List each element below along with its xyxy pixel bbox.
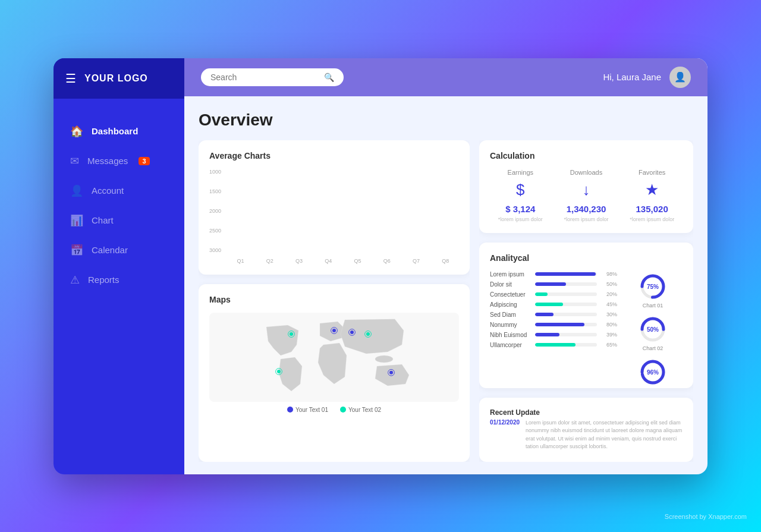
map-legend: Your Text 01 Your Text 02 bbox=[209, 407, 459, 413]
maps-title: Maps bbox=[209, 295, 459, 304]
search-input[interactable] bbox=[210, 73, 319, 82]
sidebar-item-chart[interactable]: 📊 Chart bbox=[54, 206, 184, 235]
y-label-2: 2000 bbox=[209, 208, 221, 214]
search-icon: 🔍 bbox=[324, 73, 334, 82]
recent-update-title: Recent Update bbox=[490, 408, 683, 417]
search-container: 🔍 bbox=[201, 68, 344, 86]
recent-update-inner: Recent Update 01/12/2020 Lorem ipsum dol… bbox=[490, 408, 683, 451]
sidebar-item-dashboard[interactable]: 🏠 Dashboard bbox=[54, 117, 184, 146]
earnings-value: $ 3,124 bbox=[505, 204, 535, 214]
bar-fill-0 bbox=[535, 272, 596, 276]
favorites-sub: *lorem ipsum dolor bbox=[630, 216, 674, 222]
bar-label-5: Nonummy bbox=[490, 322, 532, 328]
badge-messages: 3 bbox=[139, 157, 149, 165]
sidebar-label-messages: Messages bbox=[87, 156, 128, 166]
analytical-bar-row-7: Ullamcorper 65% bbox=[490, 342, 617, 348]
earnings-item: Earnings $ $ 3,124 *lorem ipsum dolor bbox=[490, 169, 551, 222]
y-label-0: 3000 bbox=[209, 247, 221, 253]
legend-label-1: Your Text 01 bbox=[295, 407, 328, 413]
sidebar-item-account[interactable]: 👤 Account bbox=[54, 176, 184, 206]
x-label-4: Q5 bbox=[344, 258, 371, 264]
bar-fill-7 bbox=[535, 343, 576, 347]
analytical-bar-row-2: Consectetuer 20% bbox=[490, 291, 617, 298]
analytical-bar-row-6: Nibh Euismod 39% bbox=[490, 332, 617, 338]
donut-label-0: Chart 01 bbox=[643, 303, 663, 309]
bar-track-4 bbox=[535, 313, 597, 316]
donut-text-2: 96% bbox=[647, 369, 659, 376]
content: Overview Average Charts 3000250020001500… bbox=[184, 96, 707, 474]
legend-dot-green bbox=[340, 407, 346, 413]
analytical-bar-row-3: Adipiscing 45% bbox=[490, 301, 617, 308]
bar-track-3 bbox=[535, 303, 597, 306]
bar-track-6 bbox=[535, 333, 597, 336]
x-label-3: Q4 bbox=[315, 258, 342, 264]
analytical-inner: Lorem ipsum 98% Dolor sit 50% Consectetu… bbox=[490, 271, 683, 388]
donut-wrapper-1: 50% Chart 02 bbox=[638, 314, 668, 351]
bar-pct-4: 30% bbox=[600, 311, 617, 317]
svg-point-5 bbox=[332, 329, 336, 332]
screenshot-credit: Screenshot by Xnapper.com bbox=[665, 513, 747, 520]
chart-y-labels: 30002500200015001000 bbox=[209, 169, 221, 253]
analytical-bar-row-0: Lorem ipsum 98% bbox=[490, 271, 617, 278]
bar-track-1 bbox=[535, 282, 597, 286]
donut-0: 75% bbox=[638, 272, 668, 301]
analytical-bar-row-1: Dolor sit 50% bbox=[490, 281, 617, 288]
user-greeting: Hi, Laura Jane bbox=[603, 72, 661, 82]
donut-text-1: 50% bbox=[647, 326, 659, 332]
legend-dot-blue bbox=[287, 407, 293, 413]
left-column: Average Charts 30002500200015001000 Q1Q2… bbox=[199, 140, 470, 462]
donut-wrapper-2: 96% Chart 03 bbox=[638, 357, 668, 388]
main-area: 🔍 Hi, Laura Jane 👤 Overview Average Char… bbox=[184, 58, 707, 474]
downloads-icon: ↓ bbox=[582, 181, 590, 199]
world-map-svg bbox=[209, 313, 459, 402]
user-info: Hi, Laura Jane 👤 bbox=[603, 67, 691, 88]
bar-fill-2 bbox=[535, 292, 548, 296]
hamburger-icon[interactable]: ☰ bbox=[65, 71, 76, 86]
donut-text-0: 75% bbox=[647, 283, 659, 289]
x-label-7: Q8 bbox=[432, 258, 459, 264]
bar-label-4: Sed Diam bbox=[490, 311, 532, 318]
bar-chart-area: 30002500200015001000 Q1Q2Q3Q4Q5Q6Q7Q8 bbox=[209, 169, 459, 264]
earnings-icon: $ bbox=[516, 181, 524, 199]
avatar[interactable]: 👤 bbox=[669, 67, 691, 88]
chart-x-labels: Q1Q2Q3Q4Q5Q6Q7Q8 bbox=[209, 258, 459, 264]
sidebar-item-messages[interactable]: ✉ Messages 3 bbox=[54, 146, 184, 176]
bar-pct-2: 20% bbox=[600, 291, 617, 297]
calculation-title: Calculation bbox=[490, 151, 683, 160]
sidebar: ☰ YOUR LOGO 🏠 Dashboard ✉ Messages 3👤 Ac… bbox=[54, 58, 184, 474]
svg-point-9 bbox=[366, 332, 370, 336]
recent-update-date: 01/12/2020 bbox=[490, 419, 520, 451]
bar-fill-5 bbox=[535, 323, 584, 326]
earnings-label: Earnings bbox=[508, 169, 533, 176]
bar-label-3: Adipiscing bbox=[490, 301, 532, 308]
page-title: Overview bbox=[199, 111, 693, 130]
bar-pct-3: 45% bbox=[600, 301, 617, 307]
bar-label-1: Dolor sit bbox=[490, 281, 532, 288]
earnings-sub: *lorem ipsum dolor bbox=[498, 216, 543, 222]
calendar-icon: 📅 bbox=[70, 244, 83, 257]
x-label-5: Q6 bbox=[373, 258, 400, 264]
sidebar-header: ☰ YOUR LOGO bbox=[54, 58, 184, 99]
bar-pct-0: 98% bbox=[600, 271, 617, 277]
legend-item-1: Your Text 01 bbox=[287, 407, 328, 413]
svg-point-7 bbox=[350, 330, 354, 334]
bar-track-5 bbox=[535, 323, 597, 326]
favorites-item: Favorites ★ 135,020 *lorem ipsum dolor bbox=[621, 169, 683, 222]
downloads-sub: *lorem ipsum dolor bbox=[564, 216, 608, 222]
dashboard-icon: 🏠 bbox=[70, 125, 83, 138]
analytical-bar-row-4: Sed Diam 30% bbox=[490, 311, 617, 318]
favorites-value: 135,020 bbox=[636, 204, 668, 214]
bar-fill-1 bbox=[535, 282, 566, 286]
sidebar-label-chart: Chart bbox=[92, 215, 114, 225]
bar-pct-6: 39% bbox=[600, 332, 617, 338]
sidebar-item-calendar[interactable]: 📅 Calendar bbox=[54, 235, 184, 265]
bar-track-0 bbox=[535, 272, 597, 276]
y-label-3: 1500 bbox=[209, 188, 221, 194]
analytical-bar-row-5: Nonummy 80% bbox=[490, 322, 617, 328]
map-area bbox=[209, 313, 459, 402]
analytical-bars: Lorem ipsum 98% Dolor sit 50% Consectetu… bbox=[490, 271, 617, 388]
sidebar-item-reports[interactable]: ⚠ Reports bbox=[54, 265, 184, 295]
svg-point-3 bbox=[277, 370, 281, 373]
bar-label-6: Nibh Euismod bbox=[490, 332, 532, 338]
account-icon: 👤 bbox=[70, 184, 83, 197]
